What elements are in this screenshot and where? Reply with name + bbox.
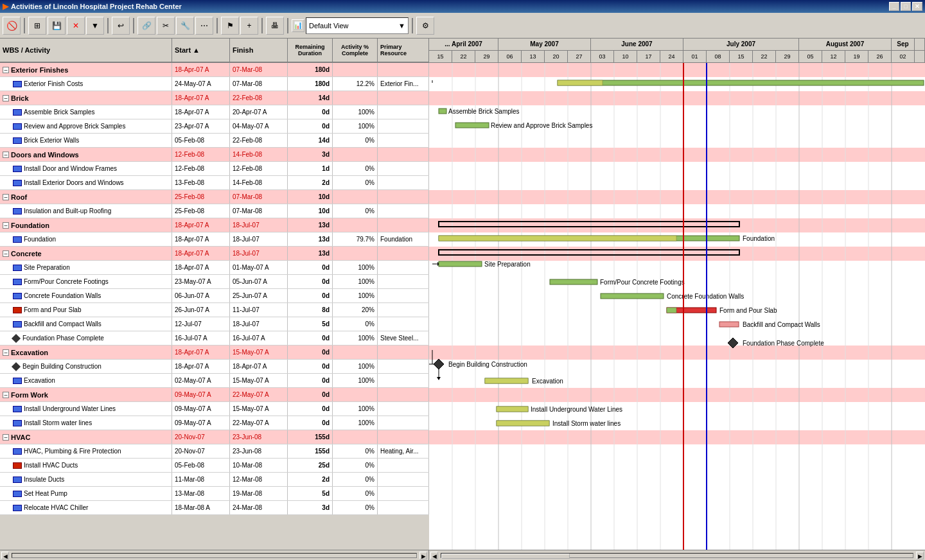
expand-ef[interactable]: – <box>3 67 9 73</box>
view-dropdown[interactable]: Default View ▼ <box>306 17 409 34</box>
plus-btn[interactable]: + <box>240 17 258 35</box>
cell-shp-remaining: 5d <box>288 487 333 500</box>
label-exc-task: Excavation <box>532 378 563 385</box>
expand-dw[interactable]: – <box>3 152 9 158</box>
h-scrollbar-track[interactable] <box>12 553 417 558</box>
row-brick-group[interactable]: – Brick 18-Apr-07 A 22-Feb-08 14d <box>0 91 429 105</box>
label-site-prep: Site Preparation <box>484 261 531 268</box>
expand-fw[interactable]: – <box>3 392 9 398</box>
row-review-brick[interactable]: Review and Approve Brick Samples 23-Apr-… <box>0 119 429 134</box>
save-btn[interactable]: 💾 <box>48 17 66 35</box>
main-container: WBS / Activity Start ▲ Finish Remaining … <box>0 39 925 560</box>
row-exterior-finish-costs[interactable]: Exterior Finish Costs 24-May-07 A 07-Mar… <box>0 77 429 91</box>
row-backfill[interactable]: Backfill and Compact Walls 12-Jul-07 18-… <box>0 317 429 331</box>
expand-exc[interactable]: – <box>3 349 9 356</box>
copy-btn[interactable]: ⊞ <box>28 17 46 35</box>
minimize-btn[interactable]: _ <box>889 2 899 11</box>
row-set-heat-pump[interactable]: Set Heat Pump 13-Mar-08 19-Mar-08 5d 0% <box>0 487 429 501</box>
h-scrollbar-left[interactable]: ◄ ► <box>0 550 429 561</box>
print-btn[interactable]: 🖶 <box>266 17 284 35</box>
row-exterior-finishes-group[interactable]: – Exterior Finishes 18-Apr-07 A 07-Mar-0… <box>0 63 429 77</box>
row-site-prep[interactable]: Site Preparation 18-Apr-07 A 01-May-07 A… <box>0 261 429 275</box>
row-form-pour-slab[interactable]: Form and Pour Slab 26-Jun-07 A 11-Jul-07… <box>0 303 429 317</box>
maximize-btn[interactable]: □ <box>901 2 911 11</box>
row-concrete-footings[interactable]: Form/Pour Concrete Footings 23-May-07 A … <box>0 275 429 289</box>
expand-roof[interactable]: – <box>3 194 9 200</box>
expand-found[interactable]: – <box>3 222 9 229</box>
row-foundation-task[interactable]: Foundation 18-Apr-07 A 18-Jul-07 13d 79.… <box>0 232 429 247</box>
cell-rhc-wbs: Relocate HVAC Chiller <box>0 501 172 514</box>
cell-rhc-finish: 24-Mar-08 <box>230 501 288 514</box>
cell-fpc-wbs: Foundation Phase Complete <box>0 331 172 345</box>
row-assemble-brick[interactable]: Assemble Brick Samples 18-Apr-07 A 20-Ap… <box>0 105 429 119</box>
cell-ed-finish: 14-Feb-08 <box>230 176 288 189</box>
row-conc-found-walls[interactable]: Concrete Foundation Walls 06-Jun-07 A 25… <box>0 289 429 303</box>
delete-btn[interactable]: ✕ <box>67 17 85 35</box>
row-insulation[interactable]: Insulation and Built-up Roofing 25-Feb-0… <box>0 204 429 218</box>
row-hvac-plumbing[interactable]: HVAC, Plumbing & Fire Protection 20-Nov-… <box>0 444 429 459</box>
row-underground-water[interactable]: Install Underground Water Lines 09-May-0… <box>0 402 429 416</box>
row-insulate-ducts[interactable]: Insulate Ducts 11-Mar-08 12-Mar-08 2d 0% <box>0 473 429 487</box>
row-excavation-group[interactable]: – Excavation 18-Apr-07 A 15-May-07 A 0d <box>0 346 429 360</box>
stop-btn[interactable]: 🚫 <box>3 17 21 35</box>
col-header-activity: Activity % Complete <box>333 39 378 62</box>
row-begin-construction[interactable]: Begin Building Construction 18-Apr-07 A … <box>0 360 429 374</box>
link-btn[interactable]: 🔗 <box>137 17 155 35</box>
cell-uw-finish: 15-May-07 A <box>230 402 288 416</box>
svg-rect-23 <box>429 388 925 402</box>
settings-btn[interactable]: ⚙ <box>416 17 434 35</box>
row-relocate-chiller[interactable]: Relocate HVAC Chiller 18-Mar-08 A 24-Mar… <box>0 501 429 515</box>
h-scrollbar-thumb[interactable] <box>441 554 570 559</box>
unlink-btn[interactable]: ✂ <box>157 17 175 35</box>
cell-found-t-finish: 18-Jul-07 <box>230 232 288 246</box>
filter-btn[interactable]: ▼ <box>86 17 104 35</box>
row-storm-water[interactable]: Install Storm water lines 09-May-07 A 22… <box>0 416 429 430</box>
month-june: June 2007 <box>591 39 683 50</box>
row-concrete-group[interactable]: – Concrete 18-Apr-07 A 18-Jul-07 13d <box>0 247 429 261</box>
cell-dw-start: 12-Feb-08 <box>172 148 230 161</box>
row-foundation-group[interactable]: – Foundation 18-Apr-07 A 18-Jul-07 13d <box>0 218 429 232</box>
more-btn[interactable]: ⋯ <box>195 17 213 35</box>
expand-hvac[interactable]: – <box>3 434 9 441</box>
expand-conc[interactable]: – <box>3 250 9 257</box>
undo-btn[interactable]: ↩ <box>112 17 130 35</box>
tools-btn[interactable]: 🔧 <box>176 17 194 35</box>
row-doors-windows-group[interactable]: – Doors and Windows 12-Feb-08 14-Feb-08 … <box>0 148 429 162</box>
close-btn[interactable]: ✕ <box>912 2 922 11</box>
h-scrollbar-gantt[interactable]: ◄ ► <box>429 550 925 561</box>
label-conc-footings: Form/Pour Concrete Footings <box>600 279 685 286</box>
cell-ihd-primary <box>378 459 429 472</box>
row-hvac-group[interactable]: – HVAC 20-Nov-07 23-Jun-08 155d <box>0 430 429 444</box>
row-install-hvac-ducts[interactable]: Install HVAC Ducts 05-Feb-08 10-Mar-08 2… <box>0 459 429 473</box>
expand-brick[interactable]: – <box>3 95 9 101</box>
row-formwork-group[interactable]: – Form Work 09-May-07 A 22-May-07 A 0d <box>0 388 429 402</box>
scroll-gantt-left-btn[interactable]: ◄ <box>430 552 438 559</box>
cell-abs-finish: 20-Apr-07 A <box>230 105 288 119</box>
row-found-complete[interactable]: Foundation Phase Complete 16-Jul-07 A 16… <box>0 331 429 346</box>
cell-dw-remaining: 3d <box>288 148 333 161</box>
row-roof-group[interactable]: – Roof 25-Feb-08 07-Mar-08 10d <box>0 190 429 204</box>
scroll-left-btn[interactable]: ◄ <box>1 552 9 559</box>
cell-cfw-primary <box>378 289 429 302</box>
row-brick-ext-walls[interactable]: Brick Exterior Walls 05-Feb-08 22-Feb-08… <box>0 134 429 148</box>
row-ext-doors[interactable]: Install Exterior Doors and Windows 13-Fe… <box>0 176 429 190</box>
id-label: Insulate Ducts <box>24 476 64 483</box>
bar-fps-green <box>667 308 676 313</box>
icon-blue-rbs <box>13 123 22 130</box>
flag-btn[interactable]: ⚑ <box>221 17 239 35</box>
cell-abs-start: 18-Apr-07 A <box>172 105 230 119</box>
title-controls: _ □ ✕ <box>889 2 922 11</box>
row-excavation-task[interactable]: Excavation 02-May-07 A 15-May-07 A 0d 10… <box>0 374 429 388</box>
h-scrollbar-gantt-track[interactable] <box>441 553 913 558</box>
cell-brick-activity <box>333 91 378 105</box>
cell-roof-activity <box>333 190 378 204</box>
icon-blue-id <box>13 477 22 483</box>
scroll-right-btn[interactable]: ► <box>419 552 427 559</box>
cell-sp-primary <box>378 261 429 274</box>
scroll-gantt-right-btn[interactable]: ► <box>916 552 924 559</box>
row-door-frames[interactable]: Install Door and Window Frames 12-Feb-08… <box>0 162 429 176</box>
week-jul29: 29 <box>776 51 799 62</box>
cell-found-g-primary <box>378 218 429 232</box>
cell-ed-wbs: Install Exterior Doors and Windows <box>0 176 172 189</box>
cell-sw-primary <box>378 416 429 430</box>
